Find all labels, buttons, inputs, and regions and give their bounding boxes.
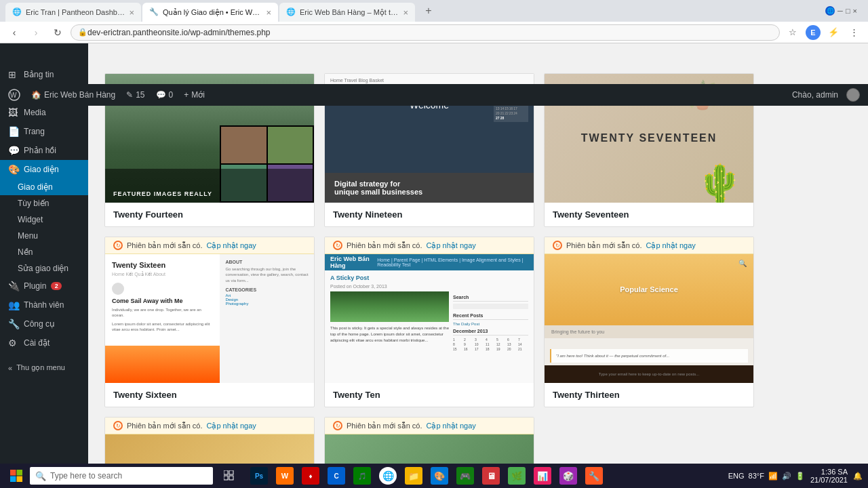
sidebar-item-appearance[interactable]: 🎨 Giao diện: [0, 160, 88, 179]
update-link-ten[interactable]: Cập nhật ngay: [427, 241, 476, 250]
taskbar-app-13[interactable]: 🎲: [556, 464, 580, 488]
task-view-button[interactable]: [217, 464, 241, 488]
update-link-sixteen[interactable]: Cập nhật ngay: [207, 241, 256, 250]
extensions-button[interactable]: ⚡: [825, 24, 842, 41]
sidebar-collapse-button[interactable]: « Thu gọn menu: [0, 358, 88, 378]
tab-close-3[interactable]: ×: [403, 7, 408, 18]
notification-button[interactable]: 🔔: [853, 472, 863, 481]
tab-close-1[interactable]: ×: [129, 7, 134, 18]
theme-card-twenty-sixteen[interactable]: ↻ Phiên bản mới sẵn có. Cập nhật ngay Tw…: [104, 237, 315, 407]
taskbar-time-text: 1:36 SA: [810, 468, 848, 476]
svg-rect-3: [17, 470, 23, 476]
back-button[interactable]: ‹: [5, 24, 23, 41]
submenu-menus-label: Menu: [18, 231, 38, 241]
theme-card-partial-1[interactable]: ↻ Phiên bản mới sẵn có. Cập nhật ngay: [104, 417, 315, 471]
svg-rect-9: [229, 476, 233, 480]
sidebar-submenu-edit-theme[interactable]: Sửa giao diện: [0, 260, 88, 277]
menu-button[interactable]: ⋮: [845, 24, 863, 41]
tab-title-2: Quản lý Giao diện • Eric Web Bá...: [163, 8, 262, 17]
sidebar-item-plugins[interactable]: 🔌 Plugin 2: [0, 277, 88, 296]
users-icon: 👥: [8, 300, 19, 310]
taskbar-green-app[interactable]: 🎵: [350, 464, 374, 488]
browser-tab-2[interactable]: 🔧 Quản lý Giao diện • Eric Web Bá... ×: [142, 3, 278, 22]
update-link-partial-1[interactable]: Cập nhật ngay: [207, 422, 256, 430]
taskbar-folder-app[interactable]: 📁: [401, 464, 426, 488]
wp-sidebar: ⊞ Bảng tin ✎ Bài viết 🖼 Media 📄 Trang 💬 …: [0, 43, 88, 488]
t19-dark-subtitle: unique small businesses: [334, 188, 524, 196]
update-link-partial-2[interactable]: Cập nhật ngay: [427, 422, 476, 430]
theme-card-twenty-thirteen[interactable]: ↻ Phiên bản mới sẵn có. Cập nhật ngay 🔍 …: [544, 237, 754, 407]
t10-sidebar-recent: Recent Posts: [453, 313, 528, 320]
refresh-button[interactable]: ↻: [49, 24, 66, 41]
sidebar-submenu-background[interactable]: Nền: [0, 244, 88, 260]
theme-card-partial-2[interactable]: ↻ Phiên bản mới sẵn có. Cập nhật ngay: [324, 417, 534, 471]
taskbar-photoshop[interactable]: Ps: [247, 464, 271, 488]
minimize-button[interactable]: ─: [837, 6, 843, 16]
app12-icon: 📊: [534, 467, 551, 485]
theme-card-twenty-ten[interactable]: ↻ Phiên bản mới sẵn có. Cập nhật ngay Er…: [324, 237, 534, 407]
browser-tab-3[interactable]: 🌐 Eric Web Bán Hàng – Một trang ×: [279, 3, 415, 22]
maximize-button[interactable]: □: [846, 6, 850, 16]
admin-bar-comments-icon: 💬: [156, 90, 166, 100]
taskbar-app-12[interactable]: 📊: [530, 464, 555, 488]
close-button[interactable]: ×: [853, 6, 857, 16]
sidebar-item-settings[interactable]: ⚙ Cài đặt: [0, 333, 88, 352]
start-button[interactable]: [5, 465, 27, 487]
theme-name-nineteen: Twenty Nineteen: [325, 203, 534, 226]
taskbar-app-14[interactable]: 🔧: [582, 464, 606, 488]
sidebar-submenu-widgets[interactable]: Widget: [0, 211, 88, 228]
sidebar-item-pages[interactable]: 📄 Trang: [0, 122, 88, 141]
taskbar-search[interactable]: 🔍 Type here to search: [30, 467, 213, 485]
tab-close-2[interactable]: ×: [266, 7, 271, 18]
plugins-badge: 2: [51, 282, 62, 290]
new-tab-button[interactable]: +: [419, 1, 438, 20]
admin-bar-posts[interactable]: ✎ 15: [126, 90, 144, 100]
browser-chrome: 🌐 Eric Tran | Pantheon Dashboard × 🔧 Quả…: [0, 0, 868, 43]
taskbar-browser-app[interactable]: 🌐: [376, 464, 400, 488]
sidebar-submenu-themes[interactable]: Giao diện: [0, 179, 88, 195]
admin-bar-new[interactable]: + Mới: [184, 90, 205, 100]
sidebar-item-dashboard[interactable]: ⊞ Bảng tin: [0, 65, 88, 84]
media-icon: 🖼: [8, 107, 19, 118]
profile-button[interactable]: E: [804, 24, 822, 41]
admin-bar-comments[interactable]: 💬 0: [156, 90, 174, 100]
taskbar-app-9[interactable]: 🎮: [453, 464, 477, 488]
taskbar-red-app[interactable]: ♦: [298, 464, 323, 488]
wp-logo-icon: W: [8, 89, 20, 101]
sidebar-tools-label: Công cụ: [24, 319, 55, 329]
browser-actions: ☆ E ⚡ ⋮: [784, 24, 863, 41]
themes-grid: FEATURED IMAGES REALLY Twenty Fourteen H…: [99, 73, 857, 471]
t17-title: TWENTY SEVENTEEN: [581, 132, 717, 144]
taskbar-app-11[interactable]: 🌿: [505, 464, 529, 488]
volume-icon: 🔊: [782, 472, 791, 481]
forward-button[interactable]: ›: [27, 24, 45, 41]
taskbar-app-10[interactable]: 🖥: [479, 464, 503, 488]
sidebar-item-media[interactable]: 🖼 Media: [0, 103, 88, 122]
theme-name-ten: Twenty Ten: [325, 383, 534, 407]
admin-bar-site[interactable]: 🏠 Eric Web Bán Hàng: [31, 90, 115, 100]
svg-text:W: W: [10, 92, 17, 99]
taskbar-w-app[interactable]: W: [273, 464, 297, 488]
wp-admin-bar: W 🏠 Eric Web Bán Hàng ✎ 15 💬 0 + Mới Chà…: [0, 84, 868, 106]
taskbar-app-8[interactable]: 🎨: [427, 464, 452, 488]
taskbar-blue-app[interactable]: C: [324, 464, 349, 488]
app8-icon: 🎨: [431, 467, 448, 485]
svg-rect-4: [10, 476, 16, 483]
pages-icon: 📄: [8, 126, 19, 137]
admin-avatar: [846, 88, 860, 102]
bookmark-button[interactable]: ☆: [784, 24, 802, 41]
t10-post-meta: Posted on October 3, 2013: [330, 284, 449, 289]
wp-logo-item[interactable]: W: [8, 89, 20, 101]
browser-tab-1[interactable]: 🌐 Eric Tran | Pantheon Dashboard ×: [5, 3, 141, 22]
sidebar-item-tools[interactable]: 🔧 Công cụ: [0, 314, 88, 333]
t10-sidebar-search: Search: [453, 295, 528, 302]
sidebar-submenu-customize[interactable]: Tùy biến: [0, 195, 88, 211]
address-bar[interactable]: 🔒 dev-erictran.pantheonsite.io/wp-admin/…: [71, 24, 780, 41]
plugins-icon: 🔌: [8, 281, 19, 291]
update-link-thirteen[interactable]: Cập nhật ngay: [646, 241, 696, 250]
sidebar-submenu-menus[interactable]: Menu: [0, 228, 88, 244]
sidebar-item-comments[interactable]: 💬 Phản hồi: [0, 141, 88, 160]
wifi-icon: 📶: [768, 472, 778, 481]
sidebar-item-users[interactable]: 👥 Thành viên: [0, 296, 88, 314]
wp-main-content: FEATURED IMAGES REALLY Twenty Fourteen H…: [88, 43, 868, 488]
